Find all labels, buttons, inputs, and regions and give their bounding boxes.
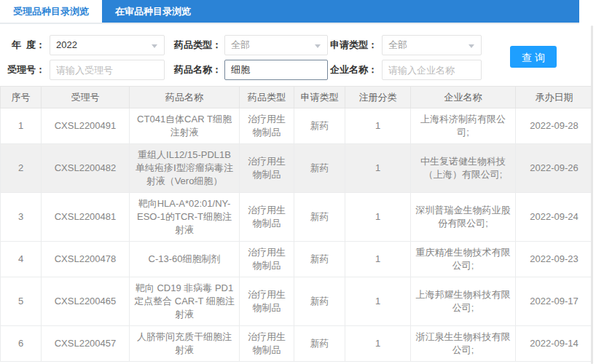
table-cell: 深圳普瑞金生物药业股份有限公司; — [411, 193, 516, 242]
table-cell: 治疗用生物制品 — [240, 326, 294, 362]
table-cell: 1 — [1, 108, 42, 144]
table-cell: CXSL2200465 — [42, 277, 130, 326]
table-row[interactable]: 3CXSL2200481靶向HLA-A*02:01/NY-ESO-1的TCR-T… — [1, 193, 593, 242]
table-cell: CT041自体CAR T细胞注射液 — [130, 108, 240, 144]
acceptance-no-label: 受理号： — [0, 60, 45, 80]
table-row[interactable]: 5CXSL2200465靶向 CD19 非病毒 PD1 定点整合 CAR-T 细… — [1, 277, 593, 326]
table-cell: CXSL2200491 — [42, 108, 130, 144]
table-row[interactable]: 2CXSL2200482重组人IL12/15-PDL1B单纯疱疹Ⅰ型溶瘤病毒注射… — [1, 144, 593, 193]
table-cell: 2022-09-14 — [516, 326, 593, 362]
application-type-select[interactable]: 全部 — [382, 35, 482, 55]
table-cell: 新药 — [294, 144, 345, 193]
table-cell: 1 — [345, 277, 411, 326]
table-cell: 重组人IL12/15-PDL1B单纯疱疹Ⅰ型溶瘤病毒注射液（Vero细胞） — [130, 144, 240, 193]
drug-name-label: 药品名称： — [172, 60, 221, 80]
table-row[interactable]: 1CXSL2200491CT041自体CAR T细胞注射液治疗用生物制品新药1上… — [1, 108, 593, 144]
table-cell: 1 — [345, 144, 411, 193]
table-cell: 治疗用生物制品 — [240, 277, 294, 326]
table-cell: 2 — [1, 144, 42, 193]
drug-name-input[interactable] — [224, 60, 328, 80]
chevron-down-icon — [468, 44, 474, 48]
year-label: 年 度： — [0, 35, 45, 55]
chevron-down-icon — [315, 44, 321, 48]
form-row-2: 受理号： 药品名称： 企业名称： — [0, 60, 579, 80]
table-cell: 2022-09-24 — [516, 193, 593, 242]
table-row[interactable]: 4CXSL2200478C-13-60细胞制剂治疗用生物制品新药1重庆精准生物技… — [1, 242, 593, 277]
table-cell: 2022-09-28 — [516, 108, 593, 144]
table-cell: 1 — [345, 326, 411, 362]
table-cell: 治疗用生物制品 — [240, 108, 294, 144]
table-cell: CXSL2200482 — [42, 144, 130, 193]
drug-type-select-value: 全部 — [231, 36, 321, 55]
column-header: 受理号 — [42, 87, 130, 108]
table-cell: 靶向HLA-A*02:01/NY-ESO-1的TCR-T细胞注射液 — [130, 193, 240, 242]
table-cell: C-13-60细胞制剂 — [130, 242, 240, 277]
tab-accepted-catalog[interactable]: 受理品种目录浏览 — [0, 0, 102, 23]
table-cell: 人脐带间充质干细胞注射液 — [130, 326, 240, 362]
form-row-1: 年 度： 2022 药品类型： 全部 申请类型： 全部 — [0, 35, 579, 55]
table-cell: 治疗用生物制品 — [240, 242, 294, 277]
column-header: 药品名称 — [130, 87, 240, 108]
table-cell: 1 — [345, 193, 411, 242]
table-cell: 浙江泉生生物科技有限公司; — [411, 326, 516, 362]
table-cell: 治疗用生物制品 — [240, 193, 294, 242]
table-cell: 新药 — [294, 108, 345, 144]
tab-under-review-catalog[interactable]: 在审品种目录浏览 — [102, 0, 204, 23]
search-button[interactable]: 查询 — [510, 46, 557, 68]
chevron-down-icon — [152, 44, 157, 48]
table-cell: 3 — [1, 193, 42, 242]
table-cell: 靶向 CD19 非病毒 PD1 定点整合 CAR-T 细胞注射液 — [130, 277, 240, 326]
results-table: 序号受理号药品名称药品类型申请类型注册分类企业名称承办日期 1CXSL22004… — [0, 86, 593, 362]
table-cell: 中生复诺健生物科技（上海）有限公司; — [411, 144, 516, 193]
scrollbar[interactable] — [591, 25, 593, 364]
drug-type-label: 药品类型： — [172, 35, 221, 55]
table-cell: CXSL2200481 — [42, 193, 130, 242]
table-cell: 新药 — [294, 193, 345, 242]
table-row[interactable]: 6CXSL2200457人脐带间充质干细胞注射液治疗用生物制品新药1浙江泉生生物… — [1, 326, 593, 362]
column-header: 企业名称 — [411, 87, 516, 108]
table-cell: 新药 — [294, 277, 345, 326]
table-header-row: 序号受理号药品名称药品类型申请类型注册分类企业名称承办日期 — [1, 87, 593, 108]
column-header: 药品类型 — [240, 87, 294, 108]
company-name-input[interactable] — [382, 60, 482, 80]
table-cell: 新药 — [294, 242, 345, 277]
acceptance-no-input[interactable] — [50, 60, 165, 80]
table-body: 1CXSL2200491CT041自体CAR T细胞注射液治疗用生物制品新药1上… — [1, 108, 593, 362]
table-cell: 2022-09-17 — [516, 277, 593, 326]
table-cell: CXSL2200478 — [42, 242, 130, 277]
table-cell: 6 — [1, 326, 42, 362]
table-cell: 上海科济制药有限公司; — [411, 108, 516, 144]
table-cell: 5 — [1, 277, 42, 326]
column-header: 序号 — [1, 87, 42, 108]
table-cell: 重庆精准生物技术有限公司; — [411, 242, 516, 277]
table-cell: 新药 — [294, 326, 345, 362]
column-header: 承办日期 — [516, 87, 593, 108]
table-cell: 治疗用生物制品 — [240, 144, 294, 193]
year-select-value: 2022 — [56, 36, 158, 55]
tab-bar: 受理品种目录浏览 在审品种目录浏览 — [0, 0, 579, 23]
search-form: 年 度： 2022 药品类型： 全部 申请类型： 全部 受理号： 药品名称： 企… — [0, 24, 579, 86]
table-cell: 上海邦耀生物科技有限公司; — [411, 277, 516, 326]
application-type-select-value: 全部 — [388, 36, 475, 55]
column-header: 注册分类 — [345, 87, 411, 108]
application-type-label: 申请类型： — [328, 35, 377, 55]
table-cell: CXSL2200457 — [42, 326, 130, 362]
table-cell: 2022-09-23 — [516, 242, 593, 277]
table-cell: 1 — [345, 242, 411, 277]
drug-type-select[interactable]: 全部 — [224, 35, 328, 55]
column-header: 申请类型 — [294, 87, 345, 108]
table-cell: 4 — [1, 242, 42, 277]
page: 受理品种目录浏览 在审品种目录浏览 年 度： 2022 药品类型： 全部 申请类… — [0, 0, 596, 364]
table-cell: 2022-09-26 — [516, 144, 593, 193]
results-table-wrap: 序号受理号药品名称药品类型申请类型注册分类企业名称承办日期 1CXSL22004… — [0, 86, 592, 362]
company-name-label: 企业名称： — [328, 60, 377, 80]
year-select[interactable]: 2022 — [50, 35, 165, 55]
table-cell: 1 — [345, 108, 411, 144]
